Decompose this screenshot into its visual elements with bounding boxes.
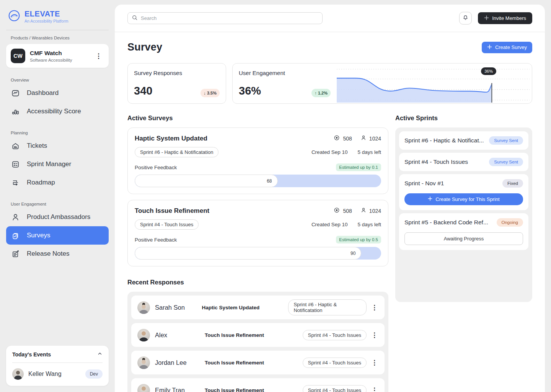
product-card[interactable]: CW CMF Watch Software Accessibility ⋮ xyxy=(6,44,109,68)
sprint-card[interactable]: Sprint #6 - Haptic & Notificat... Survey… xyxy=(399,131,528,150)
responder-name: Jordan Lee xyxy=(155,359,205,366)
sprint-card[interactable]: Sprint #4 - Touch Issues Survey Sent xyxy=(399,153,528,171)
invite-members-label: Invite Members xyxy=(492,15,526,21)
response-survey: Haptic System Updated xyxy=(202,305,288,310)
row-menu-kebab-icon[interactable]: ⋮ xyxy=(369,386,380,392)
roadmap-icon xyxy=(11,178,20,187)
sprint-tag[interactable]: Sprint #4 - Touch Issues xyxy=(135,219,199,230)
sidebar-item-roadmap[interactable]: Roadmap xyxy=(6,173,109,192)
sidebar-item-label: Release Notes xyxy=(27,250,70,258)
stat-title: Survey Responses xyxy=(134,70,220,76)
days-left: 5 days left xyxy=(357,149,381,155)
sidebar-item-release-notes[interactable]: Release Notes xyxy=(6,245,109,263)
divider xyxy=(6,30,109,30)
sidebar: ELEVATE An Accessibility Platform Produc… xyxy=(0,0,115,392)
responder-name: Alex xyxy=(155,332,205,339)
sidebar-item-tickets[interactable]: Tickets xyxy=(6,137,109,155)
sprint-tag[interactable]: Sprint #4 - Touch Issues xyxy=(303,330,367,340)
section-label-overview: Overview xyxy=(6,78,109,82)
stat-value: 340 xyxy=(134,85,152,97)
sprint-tag[interactable]: Sprint #6 - Haptic & Notificatation xyxy=(288,299,367,315)
avatar xyxy=(137,329,150,341)
survey-check-icon xyxy=(11,231,20,240)
recent-responses-list: Sarah Son Haptic System Updated Sprint #… xyxy=(127,292,388,392)
product-menu-kebab-icon[interactable]: ⋮ xyxy=(93,52,104,60)
sprint-tag[interactable]: Sprint #4 - Touch Issues xyxy=(303,385,367,392)
survey-name: Haptic System Updated xyxy=(135,135,207,142)
search-box[interactable] xyxy=(127,12,323,24)
sidebar-item-label: Dashboard xyxy=(27,89,59,97)
positive-feedback-fill: 90 xyxy=(135,247,361,260)
avatar xyxy=(137,301,150,314)
create-survey-label: Create Survey xyxy=(495,44,527,50)
product-avatar: CW xyxy=(11,49,25,63)
ticket-icon xyxy=(11,141,20,150)
metric-label: Positive Feedback xyxy=(135,165,177,170)
dashboard-icon xyxy=(11,88,20,98)
positive-feedback-fill: 68 xyxy=(135,175,278,187)
active-surveys-title: Active Surveys xyxy=(127,114,388,122)
todays-events-card: Today's Events Keller Wang Dev xyxy=(6,346,109,386)
sidebar-item-label: Roadmap xyxy=(27,179,55,186)
divider xyxy=(12,363,103,363)
sidebar-item-surveys[interactable]: Surveys xyxy=(6,226,109,245)
sprint-action-label: Awaiting Progress xyxy=(444,236,484,242)
sprint-name: Sprint - Nov #1 xyxy=(404,180,444,187)
response-row[interactable]: Alex Touch Issue Refinement Sprint #4 - … xyxy=(131,323,385,347)
row-menu-kebab-icon[interactable]: ⋮ xyxy=(369,359,380,367)
notifications-button[interactable] xyxy=(459,12,472,24)
invite-members-button[interactable]: Invite Members xyxy=(478,12,532,24)
user-engagement-card: User Engagement 36% ↑ 1.2% xyxy=(232,63,532,104)
create-survey-button[interactable]: Create Survey xyxy=(482,42,532,53)
search-icon xyxy=(132,15,138,22)
metric-label: Positive Feedback xyxy=(135,237,177,243)
search-input[interactable] xyxy=(141,15,318,21)
survey-card: Touch Issue Refinement 508 1024 xyxy=(127,200,388,266)
positive-feedback-bar: 68 xyxy=(135,175,381,187)
response-survey: Touch Issue Refinement xyxy=(205,360,297,366)
sprint-name: Sprint #5 - Backend Code Ref... xyxy=(404,219,488,226)
created-date: Created Sep 10 xyxy=(311,222,348,227)
checklist-icon xyxy=(11,160,20,169)
response-row[interactable]: Jordan Lee Touch Issue Refinement Sprint… xyxy=(131,351,385,374)
sprint-card[interactable]: Sprint - Nov #1 Fixed Create Survey for … xyxy=(399,174,528,210)
product-subtitle: Software Accessibility xyxy=(30,58,72,62)
sidebar-item-accessibility-score[interactable]: Accessibility Score xyxy=(6,102,109,121)
engagement-sparkline: 36% xyxy=(337,64,530,103)
sprint-tag[interactable]: Sprint #6 - Haptic & Notificatation xyxy=(135,147,218,157)
sidebar-item-product-ambassadors[interactable]: Product Ambassadors xyxy=(6,208,109,226)
plus-icon xyxy=(484,15,489,21)
sprint-name: Sprint #6 - Haptic & Notificat... xyxy=(404,137,484,144)
eye-icon xyxy=(333,207,340,215)
bar-chart-icon xyxy=(11,107,20,116)
participants-count: 1024 xyxy=(369,208,381,214)
sprint-tag[interactable]: Sprint #4 - Touch Issues xyxy=(303,358,367,368)
plus-icon xyxy=(428,196,432,202)
sidebar-item-dashboard[interactable]: Dashboard xyxy=(6,84,109,102)
sprint-card[interactable]: Sprint #5 - Backend Code Ref... Ongoing … xyxy=(399,213,528,250)
created-date: Created Sep 10 xyxy=(311,149,348,155)
days-left: 5 days left xyxy=(357,222,381,227)
views-count: 508 xyxy=(343,208,352,214)
status-badge: Survey Sent xyxy=(489,136,523,145)
create-survey-for-sprint-button[interactable]: Create Survey for This Sprint xyxy=(404,193,523,205)
row-menu-kebab-icon[interactable]: ⋮ xyxy=(369,331,380,339)
awaiting-progress-button[interactable]: Awaiting Progress xyxy=(404,232,523,245)
survey-name: Touch Issue Refinement xyxy=(135,207,209,215)
response-row[interactable]: Sarah Son Haptic System Updated Sprint #… xyxy=(131,296,385,319)
survey-responses-card: Survey Responses 340 ↓ 3.5% xyxy=(127,63,226,104)
section-label-user-engagement: User Engagement xyxy=(6,202,109,206)
views-count: 508 xyxy=(343,136,352,142)
chevron-up-icon[interactable] xyxy=(97,351,103,358)
active-sprints-list: Sprint #6 - Haptic & Notificat... Survey… xyxy=(395,127,532,302)
sidebar-item-label: Product Ambassadors xyxy=(27,213,90,221)
event-row[interactable]: Keller Wang Dev xyxy=(12,368,103,380)
sidebar-item-sprint-manager[interactable]: Sprint Manager xyxy=(6,155,109,173)
response-row[interactable]: Emily Tran Touch Issue Refinement Sprint… xyxy=(131,378,385,392)
status-badge: Ongoing xyxy=(497,218,523,227)
app-logo: ELEVATE An Accessibility Platform xyxy=(6,9,109,24)
stat-title: User Engagement xyxy=(239,70,331,76)
elevate-logo-icon xyxy=(8,9,21,24)
sparkline-tooltip: 36% xyxy=(481,67,496,75)
row-menu-kebab-icon[interactable]: ⋮ xyxy=(369,304,380,312)
